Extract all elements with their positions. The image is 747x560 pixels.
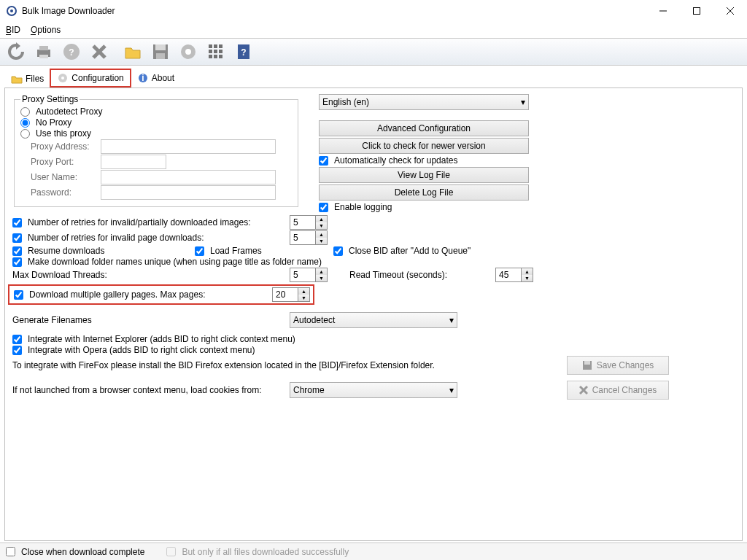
radio-no-proxy[interactable]: No Proxy (20, 117, 71, 128)
svg-rect-34 (584, 361, 590, 365)
config-panel: Proxy Settings Autodetect Proxy No Proxy… (4, 88, 743, 541)
svg-point-17 (185, 49, 191, 55)
svg-rect-26 (219, 55, 222, 58)
proxy-port-label: Proxy Port: (20, 157, 101, 167)
svg-rect-8 (39, 55, 48, 58)
files-icon (11, 74, 23, 84)
proxy-address-label: Proxy Address: (20, 141, 101, 152)
load-frames-checkbox[interactable]: Load Frames (195, 246, 333, 256)
cancel-x-icon[interactable] (86, 39, 112, 64)
menu-bid[interactable]: BID (6, 25, 20, 35)
close-button[interactable] (713, 0, 747, 22)
svg-point-1 (10, 9, 13, 12)
advanced-config-button[interactable]: Advanced Configuration (319, 120, 529, 136)
save-changes-button[interactable]: Save Changes (567, 356, 669, 375)
maximize-button[interactable] (680, 0, 713, 22)
radio-autodetect-proxy[interactable]: Autodetect Proxy (20, 106, 102, 117)
help-circle-icon[interactable]: ? (58, 39, 85, 64)
svg-rect-14 (155, 44, 166, 50)
auto-check-updates-checkbox[interactable]: Automatically check for updates (319, 155, 530, 166)
status-bar: Close when download complete But only if… (0, 542, 747, 560)
firefox-note: To integrate with FireFox please install… (12, 360, 567, 370)
proxy-pass-label: Password: (20, 187, 101, 198)
language-select[interactable]: English (en)▾ (319, 94, 529, 110)
svg-rect-20 (219, 44, 222, 48)
svg-rect-15 (156, 53, 165, 59)
folder-icon[interactable] (120, 39, 146, 64)
multi-page-checkbox[interactable]: Download multiple gallery pages. Max pag… (14, 289, 272, 300)
info-icon: i (137, 72, 149, 84)
cookies-label: If not launched from a browser context m… (12, 385, 290, 395)
proxy-settings-group: Proxy Settings Autodetect Proxy No Proxy… (14, 94, 298, 207)
chevron-down-icon: ▾ (449, 315, 454, 325)
proxy-user-input[interactable] (101, 170, 276, 184)
svg-rect-19 (214, 44, 217, 48)
svg-rect-25 (214, 55, 217, 58)
tab-about[interactable]: i About (131, 69, 181, 87)
proxy-legend: Proxy Settings (20, 94, 80, 104)
menubar: BID Options (0, 22, 747, 38)
retries-images-checkbox[interactable]: Number of retries for invalid/partially … (12, 217, 290, 228)
cookies-select[interactable]: Chrome▾ (290, 382, 457, 398)
tab-files-label: Files (26, 74, 44, 84)
tab-files[interactable]: Files (4, 71, 50, 87)
tab-strip: Files Configuration i About (0, 67, 747, 86)
svg-rect-24 (209, 55, 212, 58)
proxy-port-input[interactable] (101, 155, 166, 169)
titlebar: Bulk Image Downloader (0, 0, 747, 22)
svg-rect-21 (209, 50, 212, 53)
max-threads-spinner[interactable]: ▲▼ (290, 268, 328, 282)
toolbar: ? ? (0, 38, 747, 66)
cancel-icon (579, 386, 588, 394)
print-icon[interactable] (31, 39, 57, 64)
delete-log-button[interactable]: Delete Log File (319, 184, 529, 201)
svg-rect-3 (694, 7, 700, 14)
close-bid-checkbox[interactable]: Close BID after "Add to Queue" (333, 246, 471, 256)
radio-use-proxy[interactable]: Use this proxy (20, 128, 91, 139)
svg-text:i: i (142, 73, 144, 83)
resume-downloads-checkbox[interactable]: Resume downloads (12, 246, 195, 256)
proxy-address-input[interactable] (101, 139, 276, 154)
help-book-icon[interactable]: ? (231, 39, 257, 64)
svg-rect-7 (39, 46, 48, 50)
app-icon (6, 5, 18, 17)
proxy-pass-input[interactable] (101, 185, 276, 200)
tab-config-label: Configuration (71, 73, 123, 83)
unique-folder-checkbox[interactable]: Make download folder names unique (when … (12, 257, 322, 267)
gear-small-icon (57, 72, 69, 84)
generate-filenames-select[interactable]: Autodetect▾ (290, 312, 457, 328)
svg-rect-23 (219, 50, 222, 53)
svg-rect-22 (214, 50, 217, 53)
chevron-down-icon: ▾ (521, 97, 525, 107)
tab-about-label: About (152, 73, 174, 83)
retries-pages-spinner[interactable]: ▲▼ (290, 230, 328, 245)
menu-options[interactable]: Options (31, 25, 61, 35)
save-disk-icon[interactable] (147, 39, 174, 64)
enable-logging-checkbox[interactable]: Enable logging (319, 202, 530, 212)
integrate-opera-checkbox[interactable]: Integrate with Opera (adds BID to right … (12, 345, 255, 355)
max-threads-label: Max Download Threads: (12, 270, 290, 280)
svg-text:?: ? (241, 47, 246, 58)
cancel-changes-button[interactable]: Cancel Changes (567, 381, 669, 400)
minimize-button[interactable] (646, 0, 680, 22)
tab-configuration[interactable]: Configuration (50, 69, 130, 87)
chevron-down-icon: ▾ (449, 385, 454, 395)
save-icon (582, 360, 592, 370)
integrate-ie-checkbox[interactable]: Integrate with Internet Explorer (adds B… (12, 334, 295, 344)
refresh-icon[interactable] (3, 39, 29, 64)
check-version-button[interactable]: Click to check for newer version (319, 138, 529, 154)
grid-icon[interactable] (203, 39, 229, 64)
retries-pages-checkbox[interactable]: Number of retries for invalid page downl… (12, 233, 290, 243)
right-column: English (en)▾ Advanced Configuration Cli… (319, 94, 530, 212)
multi-page-spinner[interactable]: ▲▼ (272, 287, 310, 302)
svg-text:?: ? (69, 47, 74, 58)
read-timeout-spinner[interactable]: ▲▼ (495, 268, 533, 282)
gear-icon[interactable] (175, 39, 201, 64)
view-log-button[interactable]: View Log File (319, 167, 529, 183)
retries-images-spinner[interactable]: ▲▼ (290, 215, 328, 230)
window-title: Bulk Image Downloader (22, 6, 646, 16)
svg-rect-18 (209, 44, 212, 48)
close-when-complete-checkbox[interactable]: Close when download complete (6, 547, 144, 557)
proxy-user-label: User Name: (20, 172, 101, 182)
read-timeout-label: Read Timeout (seconds): (349, 270, 495, 280)
